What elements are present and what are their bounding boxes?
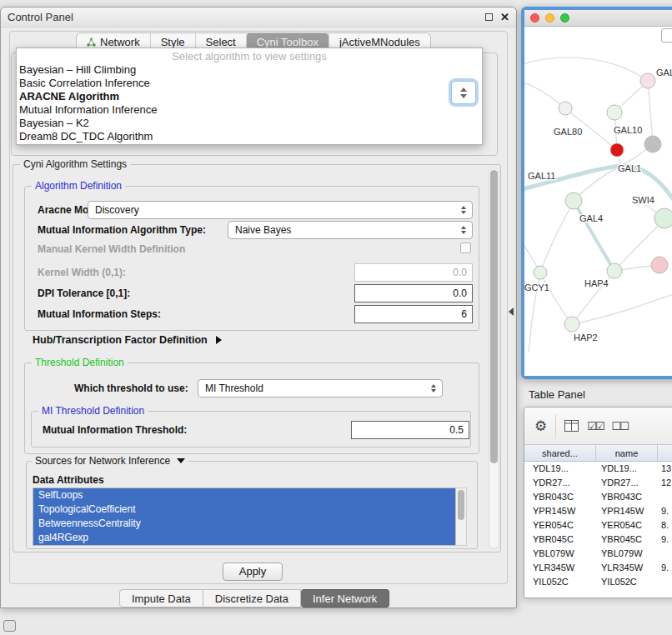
network-node[interactable] [644,136,661,152]
tab-discretize-data[interactable]: Discretize Data [203,589,301,608]
table-row[interactable]: YIL052C YIL052C [524,575,672,589]
network-node[interactable] [640,73,655,88]
network-window-titlebar[interactable] [524,10,672,27]
algorithm-option[interactable]: Bayesian – K2 [17,117,482,130]
column-header-shared-name[interactable]: shared... [524,445,596,461]
algorithm-option[interactable]: Basic Correlation Inference [17,77,482,90]
combo-arrows-icon [431,384,436,392]
network-node-gal4[interactable] [565,192,582,209]
data-attributes-list[interactable]: SelfLoops TopologicalCoefficient Between… [33,488,456,546]
deselect-all-icon[interactable]: ☐☐ [612,420,628,432]
network-canvas[interactable]: GAL GAL80 GAL10 GAL11 GAL1 SWI4 GAL4 GCY… [524,27,672,376]
mi-algorithm-type-select[interactable]: Naive Bayes [228,221,473,239]
network-toolbar-button[interactable] [661,28,672,42]
network-node[interactable] [654,208,672,228]
table-row[interactable]: YPR145W YPR145W 9. [524,504,672,518]
tab-network-label: Network [100,36,140,48]
network-node[interactable] [607,105,622,120]
threshold-definition-title: Threshold Definition [32,357,128,368]
table-row[interactable]: YDR27... YDR27... 12 [524,476,672,490]
settings-scrollbar[interactable] [489,168,499,549]
network-node[interactable] [651,257,668,273]
table-header: shared... name [524,445,672,462]
node-label: GAL [656,68,672,78]
node-label: GAL1 [618,163,641,173]
mi-threshold-field[interactable]: 0.5 [351,421,469,439]
splitter-collapse-arrow[interactable] [509,308,514,316]
table-row[interactable]: YBR045C YBR045C 9. [524,532,672,547]
dpi-tolerance-field[interactable]: 0.0 [354,284,473,302]
network-icon [87,38,96,47]
cell-shared-name: YDL19... [524,462,596,476]
table-row[interactable]: YER054C YER054C 8. [524,518,672,532]
tab-impute-data[interactable]: Impute Data [119,589,203,608]
cell-extra: 9. [658,532,672,547]
network-node[interactable] [559,102,572,115]
apply-button[interactable]: Apply [223,562,283,581]
select-all-icon[interactable]: ☑☑ [587,420,603,432]
node-label: GAL10 [614,125,642,135]
node-label: GAL80 [554,127,582,137]
attribute-item-selected[interactable]: BetweennessCentrality [33,517,455,531]
minimize-traffic-light[interactable] [545,13,554,22]
which-threshold-select[interactable]: MI Threshold [198,379,443,398]
spinner-down-icon [460,94,467,98]
scrollbar-thumb[interactable] [458,490,464,520]
cell-name: YDR27... [596,476,658,490]
cell-name: YER054C [596,518,658,532]
column-header-extra[interactable] [658,445,672,461]
attribute-item-selected[interactable]: SelfLoops [33,488,455,502]
table-row[interactable]: YBR043C YBR043C [524,490,672,504]
cell-extra [658,490,672,504]
tab-select-label: Select [206,36,236,48]
algorithm-option[interactable]: Bayesian – Hill Climbing [17,63,482,77]
expanded-arrow-icon[interactable] [177,458,185,463]
cell-name: YIL052C [596,575,658,589]
table-row[interactable]: YDL19... YDL19... 13 [524,462,672,476]
spinner-up-icon [460,88,467,92]
scrollbar-thumb[interactable] [490,170,498,463]
cell-shared-name: YBR045C [524,532,596,547]
table-row[interactable]: YBL079W YBL079W [524,547,672,561]
network-node-gcy1[interactable] [534,266,547,279]
cell-shared-name: YDR27... [524,476,596,490]
kernel-width-field[interactable]: 0.0 [354,263,473,282]
algorithm-combo-arrow-button[interactable] [451,81,476,104]
algorithm-option-selected[interactable]: ARACNE Algorithm [17,90,482,103]
close-icon[interactable]: ✕ [500,12,509,22]
algorithm-option[interactable]: Dream8 DC_TDC Algorithm [17,130,482,143]
table-row[interactable]: YLR345W YLR345W 9. [524,561,672,575]
float-window-icon[interactable] [485,13,493,21]
tab-infer-network[interactable]: Infer Network [301,589,389,608]
algorithm-dropdown-popup: Select algorithm to view settings Bayesi… [16,48,483,145]
zoom-traffic-light[interactable] [560,13,569,22]
data-attributes-label: Data Attributes [33,474,104,486]
bottom-tabbar: Impute Data Discretize Data Infer Networ… [119,589,389,608]
network-node-hap4[interactable] [607,263,622,278]
aracne-mode-select[interactable]: Discovery [88,201,473,219]
cell-name: YLR345W [596,561,658,575]
manual-kernel-checkbox[interactable] [460,242,471,253]
algorithm-option[interactable]: Mutual Information Inference [17,103,482,117]
columns-icon[interactable] [564,420,579,432]
mi-steps-field[interactable]: 6 [354,305,473,323]
column-header-name[interactable]: name [596,445,658,461]
gear-icon[interactable]: ⚙ [534,419,547,433]
table-body: YDL19... YDL19... 13 YDR27... YDR27... 1… [524,462,672,589]
which-threshold-label: Which threshold to use: [74,379,188,398]
minimized-panel-icon[interactable] [3,620,16,632]
collapsed-arrow-icon[interactable] [216,336,222,344]
cell-extra: 13 [658,462,672,476]
network-node-hap2[interactable] [564,317,579,332]
mi-algorithm-type-label: Mutual Information Algorithm Type: [38,221,206,239]
network-node-gal10[interactable] [610,143,624,157]
close-traffic-light[interactable] [530,13,539,22]
attribute-item-selected[interactable]: gal4RGexp [33,531,455,545]
cell-shared-name: YER054C [524,518,596,532]
control-panel-titlebar[interactable]: Control Panel ✕ [1,8,516,28]
hub-transcription-factor-section[interactable]: Hub/Transcription Factor Definition [33,334,222,346]
attribute-list-scrollbar[interactable] [456,488,467,546]
mi-algorithm-type-value: Naive Bayes [235,224,291,236]
attribute-item-selected[interactable]: TopologicalCoefficient [33,502,455,517]
cell-extra: 8. [658,518,672,532]
